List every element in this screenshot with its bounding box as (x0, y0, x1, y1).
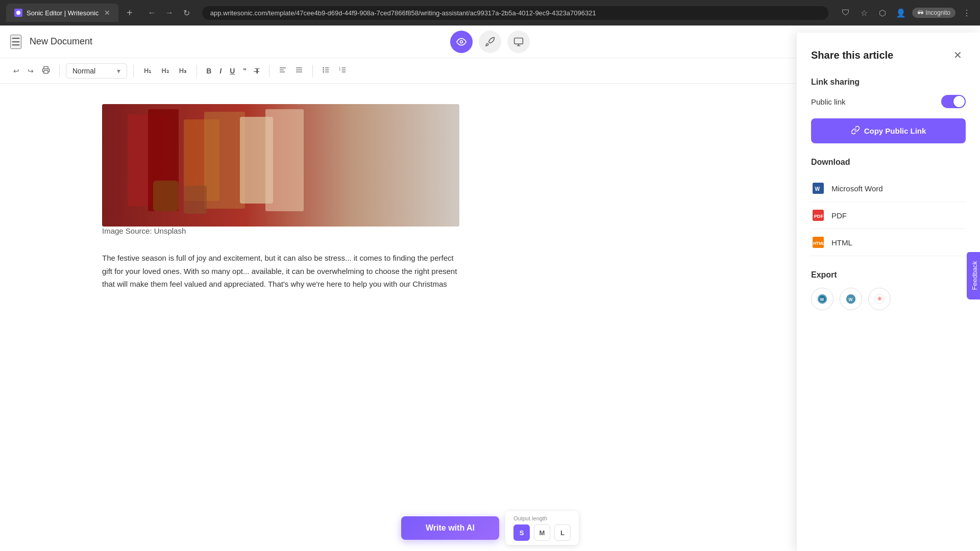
svg-text:W: W (815, 186, 820, 192)
html-icon: HTML (811, 235, 825, 249)
download-pdf-label: PDF (831, 211, 847, 220)
public-link-toggle[interactable] (941, 95, 966, 108)
svg-text:W: W (820, 297, 824, 302)
svg-rect-2 (514, 38, 523, 44)
pdf-icon: PDF (811, 208, 825, 222)
style-dropdown[interactable]: Normal ▾ (66, 63, 127, 79)
browser-tab[interactable]: Sonic Editor | Writesonic ✕ (6, 4, 118, 22)
svg-point-0 (16, 11, 20, 15)
incognito-label: Incognito (925, 9, 950, 16)
align-more-button[interactable] (292, 63, 306, 79)
svg-point-18 (323, 67, 324, 68)
present-mode-button[interactable] (507, 31, 530, 53)
clear-format-button[interactable]: T̶ (252, 64, 263, 78)
copy-link-label: Copy Public Link (864, 127, 926, 135)
reload-button[interactable]: ↻ (180, 6, 194, 20)
write-ai-button[interactable]: Write with AI (401, 516, 499, 540)
export-section-title: Export (811, 270, 966, 280)
redo-button[interactable]: ↪ (24, 64, 37, 78)
share-panel: Share this article ✕ Link sharing Public… (796, 33, 980, 551)
browser-chrome: Sonic Editor | Writesonic ✕ + ← → ↻ app.… (0, 0, 980, 26)
svg-text:HTML: HTML (813, 241, 824, 246)
eye-mode-button[interactable] (450, 31, 473, 53)
italic-button[interactable]: I (216, 64, 225, 78)
print-button[interactable] (39, 63, 53, 79)
export-star-button[interactable]: ✳ (868, 288, 891, 310)
copy-public-link-button[interactable]: Copy Public Link (811, 118, 966, 143)
size-medium-button[interactable]: M (534, 524, 550, 541)
bold-button[interactable]: B (203, 64, 214, 78)
ordered-list-button[interactable]: 1.2. (335, 63, 350, 79)
nav-controls: ← → ↻ (145, 6, 194, 20)
underline-button[interactable]: U (227, 64, 238, 78)
svg-text:PDF: PDF (814, 214, 824, 219)
sidebar-toggle-button[interactable]: ☰ (10, 35, 21, 49)
download-word-item[interactable]: W Microsoft Word (811, 175, 966, 202)
download-html-item[interactable]: HTML HTML (811, 229, 966, 256)
profile-icon[interactable]: 👤 (894, 6, 908, 20)
tab-favicon (14, 9, 22, 17)
address-bar[interactable]: app.writesonic.com/template/47cee4b9-d69… (202, 6, 829, 20)
tab-close-icon[interactable]: ✕ (104, 9, 110, 17)
toggle-knob (953, 96, 965, 107)
download-html-label: HTML (831, 238, 852, 247)
forward-button[interactable]: → (162, 6, 177, 20)
export-icons: W W ✳ (811, 288, 966, 310)
output-length-label: Output length (513, 515, 571, 521)
size-small-button[interactable]: S (513, 524, 530, 541)
svg-point-19 (323, 69, 324, 70)
download-section: Download W Microsoft Word PDF PDF HTML H… (811, 158, 966, 256)
new-tab-button[interactable]: + (122, 5, 137, 21)
divider-4 (269, 65, 270, 77)
article-image (102, 104, 459, 227)
share-panel-close-button[interactable]: ✕ (949, 47, 966, 63)
feedback-tab[interactable]: Feedback (967, 252, 980, 299)
back-button[interactable]: ← (145, 6, 159, 20)
toolbar-center-buttons (450, 31, 530, 53)
feedback-label: Feedback (971, 261, 978, 290)
bottom-bar: Write with AI Output length S M L (391, 505, 589, 551)
share-panel-title: Share this article (811, 49, 893, 61)
incognito-badge: 🕶 Incognito (912, 8, 955, 18)
svg-rect-8 (44, 70, 48, 73)
divider-5 (312, 65, 313, 77)
divider-1 (59, 65, 60, 77)
extension-icon[interactable]: ⬡ (875, 6, 890, 20)
image-source: Image Source: Unsplash (102, 227, 874, 235)
rocket-mode-button[interactable] (479, 31, 501, 53)
export-wordpress-button[interactable]: W (811, 288, 834, 310)
size-large-button[interactable]: L (554, 524, 571, 541)
h2-button[interactable]: H₂ (157, 64, 173, 78)
public-link-label: Public link (811, 97, 846, 106)
article-text: The festive season is full of joy and ex… (102, 252, 459, 291)
divider-2 (133, 65, 134, 77)
unordered-list-button[interactable] (319, 63, 333, 79)
export-wordpress-alt-button[interactable]: W (840, 288, 862, 310)
undo-button[interactable]: ↩ (10, 64, 22, 78)
svg-point-1 (460, 40, 463, 43)
size-buttons: S M L (513, 524, 571, 541)
public-link-row: Public link (811, 95, 966, 108)
svg-text:2.: 2. (339, 69, 341, 71)
share-panel-header: Share this article ✕ (811, 47, 966, 63)
svg-point-20 (323, 71, 324, 72)
svg-rect-35 (102, 104, 459, 227)
output-length-panel: Output length S M L (505, 511, 579, 545)
align-left-button[interactable] (276, 63, 290, 79)
bookmark-icon[interactable]: ☆ (857, 6, 871, 20)
h1-button[interactable]: H₁ (140, 64, 155, 78)
link-sharing-section-title: Link sharing (811, 78, 966, 87)
url-text: app.writesonic.com/template/47cee4b9-d69… (210, 9, 596, 17)
document-title: New Document (30, 36, 92, 47)
download-pdf-item[interactable]: PDF PDF (811, 202, 966, 229)
export-section: Export W W ✳ (811, 270, 966, 310)
menu-icon[interactable]: ⋮ (960, 6, 974, 20)
word-icon: W (811, 181, 825, 195)
download-section-title: Download (811, 158, 966, 167)
chevron-down-icon: ▾ (117, 67, 120, 75)
svg-text:W: W (848, 297, 852, 302)
h3-button[interactable]: H₃ (175, 64, 190, 78)
shield-icon[interactable]: 🛡 (839, 6, 853, 20)
quote-button[interactable]: " (240, 64, 250, 78)
copy-link-icon (851, 126, 860, 136)
